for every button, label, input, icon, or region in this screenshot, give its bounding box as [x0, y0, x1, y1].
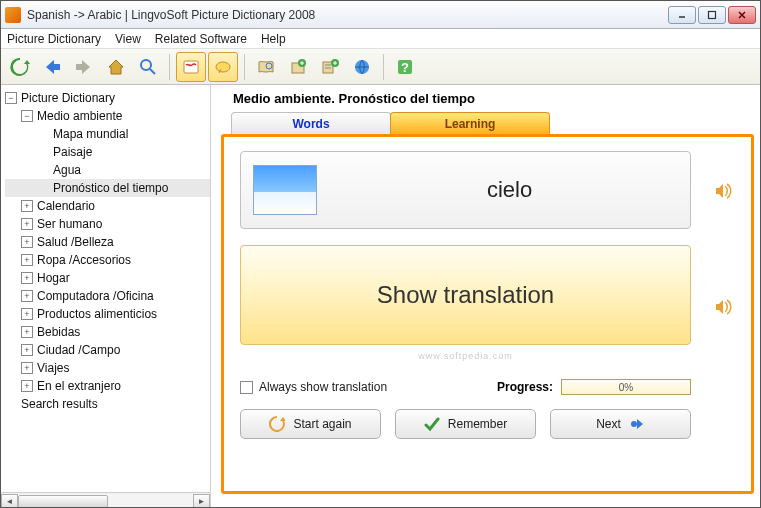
tree-search-results[interactable]: Search results [5, 395, 210, 413]
tree-item[interactable]: +Hogar [5, 269, 210, 287]
collapse-icon[interactable]: − [5, 92, 17, 104]
always-show-label: Always show translation [259, 380, 387, 394]
close-button[interactable] [728, 6, 756, 24]
web-button[interactable] [347, 52, 377, 82]
svg-rect-6 [184, 61, 198, 73]
expand-icon[interactable]: + [21, 254, 33, 266]
tree-item-selected[interactable]: Pronóstico del tiempo [5, 179, 210, 197]
speaker-icon[interactable] [713, 297, 733, 317]
menu-view[interactable]: View [115, 32, 141, 46]
book-button[interactable] [251, 52, 281, 82]
toolbar-separator [383, 54, 384, 80]
expand-icon[interactable]: + [21, 218, 33, 230]
expand-icon[interactable]: + [21, 326, 33, 338]
search-button[interactable] [133, 52, 163, 82]
tree-item[interactable]: +Salud /Belleza [5, 233, 210, 251]
expand-icon[interactable]: + [21, 362, 33, 374]
tree-item-medio-ambiente[interactable]: −Medio ambiente [5, 107, 210, 125]
progress-label: Progress: [497, 380, 553, 394]
tree-item[interactable]: +Ser humano [5, 215, 210, 233]
add-word-button[interactable] [283, 52, 313, 82]
svg-point-4 [141, 60, 151, 70]
watermark: www.softpedia.com [240, 351, 691, 361]
tab-words[interactable]: Words [231, 112, 391, 134]
minimize-button[interactable] [668, 6, 696, 24]
window-controls [668, 6, 756, 24]
menu-related-software[interactable]: Related Software [155, 32, 247, 46]
toolbar-separator [169, 54, 170, 80]
tree-item[interactable]: +Bebidas [5, 323, 210, 341]
tabs: Words Learning [231, 112, 754, 134]
tree-item[interactable]: +Computadora /Oficina [5, 287, 210, 305]
svg-rect-1 [709, 11, 716, 18]
button-row: Start again Remember Next [240, 409, 691, 439]
tree-item[interactable]: Paisaje [5, 143, 210, 161]
menu-picture-dictionary[interactable]: Picture Dictionary [7, 32, 101, 46]
tree-item[interactable]: Mapa mundial [5, 125, 210, 143]
start-again-button[interactable]: Start again [240, 409, 381, 439]
maximize-button[interactable] [698, 6, 726, 24]
remember-button[interactable]: Remember [395, 409, 536, 439]
page-heading: Medio ambiente. Pronóstico del tiempo [221, 89, 754, 112]
scroll-track[interactable] [18, 494, 193, 509]
next-button[interactable]: Next [550, 409, 691, 439]
controls-row: Always show translation Progress: 0% [240, 379, 691, 395]
add-list-button[interactable] [315, 52, 345, 82]
word-card: cielo [240, 151, 691, 229]
titlebar: Spanish -> Arabic | LingvoSoft Picture D… [1, 1, 760, 29]
tree-item[interactable]: +Productos alimenticios [5, 305, 210, 323]
expand-icon[interactable]: + [21, 272, 33, 284]
toolbar-separator [244, 54, 245, 80]
menubar: Picture Dictionary View Related Software… [1, 29, 760, 49]
expand-icon[interactable]: + [21, 344, 33, 356]
menu-help[interactable]: Help [261, 32, 286, 46]
tree-item[interactable]: +Calendario [5, 197, 210, 215]
always-show-checkbox[interactable] [240, 381, 253, 394]
tree-root[interactable]: −Picture Dictionary [5, 89, 210, 107]
tree-item[interactable]: +Ropa /Accesorios [5, 251, 210, 269]
collapse-icon[interactable]: − [21, 110, 33, 122]
svg-text:?: ? [401, 60, 409, 75]
svg-point-18 [631, 421, 637, 427]
back-button[interactable] [37, 52, 67, 82]
horizontal-scrollbar[interactable]: ◄ ► [1, 492, 210, 508]
help-button[interactable]: ? [390, 52, 420, 82]
window-title: Spanish -> Arabic | LingvoSoft Picture D… [27, 8, 668, 22]
speech-mode-button[interactable] [208, 52, 238, 82]
tree-item[interactable]: +En el extranjero [5, 377, 210, 395]
scroll-left-icon[interactable]: ◄ [1, 494, 18, 509]
speaker-icon[interactable] [713, 181, 733, 201]
refresh-button[interactable] [5, 52, 35, 82]
toolbar: ? [1, 49, 760, 85]
expand-icon[interactable]: + [21, 308, 33, 320]
svg-point-7 [216, 62, 230, 72]
learning-card-area: cielo Show translation www.softpedia.com… [221, 134, 754, 494]
show-translation-button[interactable]: Show translation [240, 245, 691, 345]
home-button[interactable] [101, 52, 131, 82]
current-word: cielo [329, 177, 690, 203]
forward-button[interactable] [69, 52, 99, 82]
expand-icon[interactable]: + [21, 236, 33, 248]
expand-icon[interactable]: + [21, 380, 33, 392]
word-picture [253, 165, 317, 215]
tree-item[interactable]: Agua [5, 161, 210, 179]
tree-pane: −Picture Dictionary −Medio ambiente Mapa… [1, 85, 211, 508]
expand-icon[interactable]: + [21, 290, 33, 302]
tree-item[interactable]: +Ciudad /Campo [5, 341, 210, 359]
flashcard-mode-button[interactable] [176, 52, 206, 82]
tab-learning[interactable]: Learning [390, 112, 550, 134]
scroll-thumb[interactable] [18, 495, 108, 508]
tree-item[interactable]: +Viajes [5, 359, 210, 377]
main-pane: Medio ambiente. Pronóstico del tiempo Wo… [211, 85, 760, 508]
app-icon [5, 7, 21, 23]
scroll-right-icon[interactable]: ► [193, 494, 210, 509]
svg-line-5 [150, 69, 155, 74]
progress-bar: 0% [561, 379, 691, 395]
expand-icon[interactable]: + [21, 200, 33, 212]
